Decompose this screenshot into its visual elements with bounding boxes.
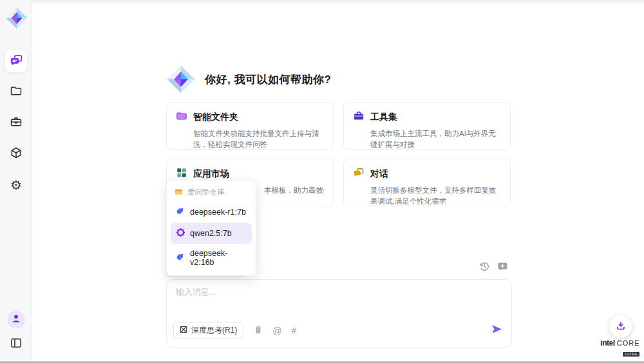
folder-icon	[10, 84, 23, 100]
history-button[interactable]	[479, 261, 490, 272]
card-desc: 本模板，助力高效生成多	[264, 185, 324, 196]
cube-icon	[10, 146, 23, 162]
card-toolset[interactable]: 工具集 集成市场上主流工具，助力AI与外界无缝扩展与对接	[343, 102, 511, 150]
panel-icon	[10, 337, 23, 352]
greeting-gem-icon	[166, 64, 196, 94]
sidebar-item-folders[interactable]	[5, 81, 27, 103]
briefcase-icon	[10, 115, 23, 131]
model-dropdown: 爱问学仓库 deepseek-r1:7b qwen2.5:7b	[166, 180, 256, 276]
intel-core-badge: intel CORE ULTRA	[598, 339, 642, 357]
greeting: 你好, 我可以如何帮助你?	[166, 64, 331, 94]
indigo-briefcase-icon	[353, 110, 365, 124]
download-button[interactable]	[609, 315, 632, 338]
intel-ultra-tag: ULTRA	[623, 352, 640, 357]
teal-grid-icon	[176, 167, 187, 181]
input-toolbar: 深度思考(R1) @ #	[173, 322, 502, 339]
mention-button[interactable]: @	[272, 326, 281, 336]
download-icon	[616, 320, 626, 333]
attach-button[interactable]	[253, 325, 263, 337]
deepseek-whale-icon	[176, 206, 185, 218]
chat-input-box: 深度思考(R1) @ #	[166, 279, 512, 348]
card-desc: 灵活切换多模型文件，支持多样回复效果调试,满足个性化需求	[370, 185, 501, 206]
sidebar-item-toolset[interactable]	[5, 112, 27, 134]
deep-think-label: 深度思考(R1)	[191, 325, 237, 336]
card-smart-folder[interactable]: 智能文件夹 智能文件夹功能支持批量文件上传与清洗，轻松实现文件问答	[166, 102, 334, 150]
gold-chat-icon	[353, 167, 365, 181]
model-dropdown-header: 爱问学仓库	[169, 184, 253, 201]
deepseek-whale-icon	[176, 252, 185, 264]
sidebar-nav: ⚙	[5, 50, 27, 196]
card-desc: 集成市场上主流工具，助力AI与外界无缝扩展与对接	[370, 128, 501, 150]
page-title: 你好, 我可以如何帮助你?	[205, 72, 331, 87]
gear-icon: ⚙	[10, 179, 22, 191]
hash-icon: #	[292, 326, 297, 336]
sidebar-item-chat[interactable]	[5, 50, 27, 72]
qwen-icon	[176, 228, 185, 239]
user-avatar[interactable]	[7, 311, 25, 329]
card-title: 应用市场	[193, 168, 229, 180]
card-dialogue[interactable]: 对话 灵活切换多模型文件，支持多样回复效果调试,满足个性化需求	[343, 159, 511, 206]
new-chat-button[interactable]	[497, 261, 508, 272]
at-icon: @	[272, 326, 281, 336]
repo-icon	[175, 188, 183, 197]
app-logo-gem-icon	[5, 6, 28, 30]
purple-folder-icon	[176, 110, 187, 124]
model-option-deepseek-r1[interactable]: deepseek-r1:7b	[171, 202, 252, 222]
card-title: 智能文件夹	[193, 112, 238, 123]
card-title: 对话	[370, 168, 388, 180]
sidebar-item-models[interactable]	[5, 143, 27, 165]
card-title: 工具集	[370, 112, 397, 123]
deep-think-icon	[180, 326, 187, 335]
model-option-deepseek-v2[interactable]: deepseek-v2:16b	[171, 244, 252, 271]
app-window: ⚙	[0, 0, 644, 363]
chat-icon	[10, 54, 23, 70]
sidebar-item-settings[interactable]: ⚙	[5, 174, 27, 196]
message-input[interactable]	[176, 286, 498, 319]
paperclip-icon	[253, 325, 263, 337]
sidebar: ⚙	[0, 0, 32, 361]
panel-toggle-button[interactable]	[10, 337, 23, 352]
send-icon	[491, 324, 502, 337]
send-button[interactable]	[491, 324, 502, 337]
user-icon	[12, 314, 21, 326]
chat-actions	[479, 261, 508, 272]
deep-think-toggle[interactable]: 深度思考(R1)	[173, 322, 243, 339]
sidebar-bottom	[0, 311, 32, 352]
card-desc: 智能文件夹功能支持批量文件上传与清洗，轻松实现文件问答	[193, 128, 324, 150]
model-option-qwen[interactable]: qwen2.5:7b	[171, 223, 252, 244]
topic-button[interactable]: #	[292, 326, 297, 336]
